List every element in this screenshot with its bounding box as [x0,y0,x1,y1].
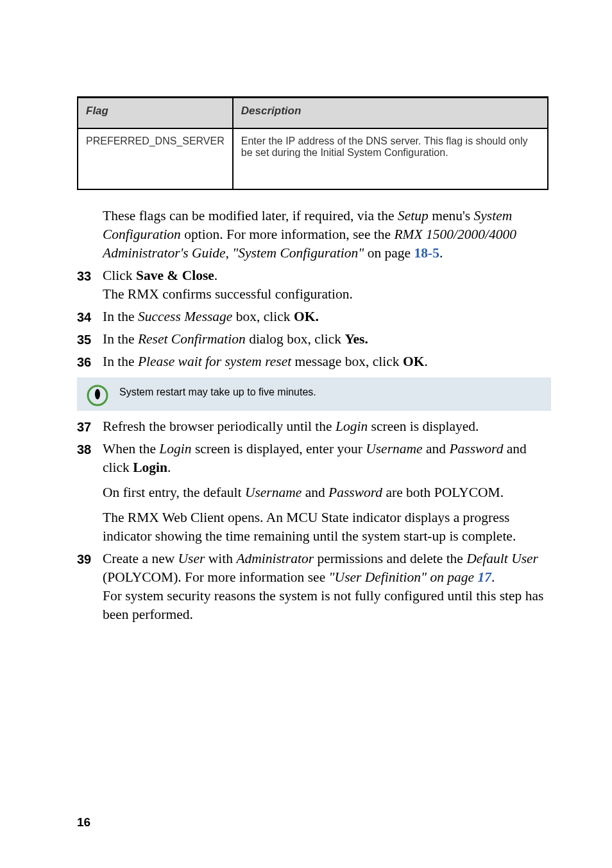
text: For system security reasons the system i… [103,588,543,622]
step-number: 36 [77,354,91,371]
bold-ok: OK. [294,309,319,324]
step-36: 36 In the Please wait for system reset m… [77,352,551,371]
table-header-row: Flag Description [78,98,548,128]
text: message box, click [291,354,403,369]
emph: Reset Confirmation [138,331,246,347]
step-37: 37 Refresh the browser periodically unti… [77,417,551,436]
text: The RMX confirms successful configuratio… [103,286,353,302]
page-link-17[interactable]: 17 [477,569,491,585]
text: box, click [232,309,294,324]
emph-user-def: User Definition" on page [335,569,478,585]
text: In the [103,331,138,347]
note-text: System restart may take up to five minut… [119,386,316,397]
emph: Administrator [236,551,314,566]
text: " [329,569,335,585]
page-number: 16 [77,815,90,829]
text-polycom: POLYCOM [434,485,500,500]
step-number: 39 [77,551,91,568]
step-number: 34 [77,309,91,326]
cell-desc: Enter the IP address of the DNS server. … [233,128,548,189]
step-39: 39 Create a new User with Administrator … [77,550,551,624]
step-34: 34 In the Success Message box, click OK. [77,308,551,326]
emph: User [178,551,205,566]
emph: Please wait for system reset [138,354,291,369]
text: and [423,441,450,456]
text: menu's [429,208,474,223]
step-number: 37 [77,419,91,436]
text: permissions and delete the [314,551,466,566]
text: screen is displayed, enter your [192,441,366,456]
emph: Login [159,441,191,456]
text-polycom: POLYCOM [107,569,173,585]
text: In the [103,309,138,324]
col-header-flag: Flag [78,98,233,128]
bold-save-close: Save & Close [136,268,214,283]
bold-login: Login [133,460,167,475]
step-number: 35 [77,331,91,349]
emph-setup: Setup [398,208,429,223]
emph: Password [449,441,503,456]
text: In the [103,354,138,369]
intro-paragraph: These flags can be modified later, if re… [103,207,551,263]
text: On first entry, the default [103,485,245,500]
text: dialog box, click [246,331,345,347]
table-row: PREFERRED_DNS_SERVER Enter the IP addres… [78,128,548,189]
bold-yes: Yes. [344,331,368,347]
text: . [500,485,504,500]
text: ). For more information see [173,569,328,585]
sub-paragraph: On first entry, the default Username and… [103,483,551,502]
page-link-18-5[interactable]: 18-5 [414,245,439,261]
text: . [491,569,495,585]
text: Create a new [103,551,178,566]
emph: Success Message [138,309,232,324]
emph: Password [328,485,382,500]
text: . [214,268,217,283]
text: When the [103,441,159,456]
emph: Default User [466,551,538,566]
text: These flags can be modified later, if re… [103,208,398,223]
flag-table: Flag Description PREFERRED_DNS_SERVER En… [77,96,548,190]
text: option. For more information, see the [181,227,395,242]
sub-paragraph: The RMX Web Client opens. An MCU State i… [103,508,551,546]
text: . [439,245,443,261]
cell-flag: PREFERRED_DNS_SERVER [78,128,233,189]
text: and [302,485,328,500]
emph-systitle: "System Configuration" [232,245,364,261]
step-number: 33 [77,268,91,285]
emph: Login [336,419,368,434]
info-icon [86,384,109,407]
text: screen is displayed. [368,419,479,434]
bold-ok: OK [403,354,424,369]
note-box: System restart may take up to five minut… [77,378,551,411]
text: are both [382,485,434,500]
step-38: 38 When the Login screen is displayed, e… [77,440,551,546]
col-header-desc: Description [233,98,548,128]
emph: Username [245,485,302,500]
text: with [205,551,236,566]
text: Refresh the browser periodically until t… [103,419,336,434]
text: . [167,460,171,475]
emph: Username [366,441,422,456]
step-35: 35 In the Reset Confirmation dialog box,… [77,330,551,349]
svg-rect-2 [97,389,98,392]
text: Click [103,268,136,283]
text: . [424,354,427,369]
step-number: 38 [77,441,91,458]
step-33: 33 Click Save & Close. The RMX confirms … [77,266,551,304]
text: on page [364,245,414,261]
